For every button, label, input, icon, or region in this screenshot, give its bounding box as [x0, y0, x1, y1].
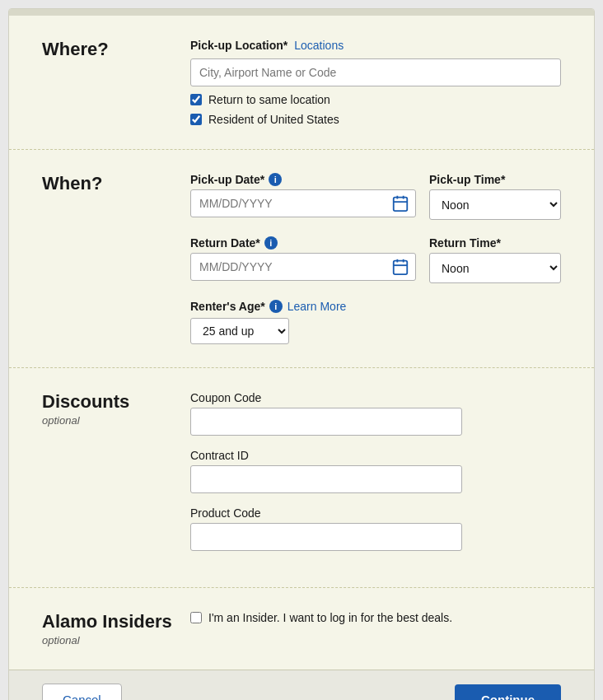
when-content: Pick-up Date* i [190, 173, 561, 344]
return-same-checkbox[interactable] [190, 94, 202, 105]
continue-button[interactable]: Continue [455, 684, 561, 700]
discounts-section: Discounts optional Coupon Code Contract … [9, 368, 594, 588]
pickup-time-label-row: Pick-up Time* [429, 173, 561, 186]
pickup-date-label: Pick-up Date* [190, 173, 264, 186]
pickup-date-input[interactable] [190, 189, 416, 217]
pickup-date-info-icon[interactable]: i [269, 173, 282, 186]
insiders-section: Alamo Insiders optional I'm an Insider. … [9, 588, 594, 670]
top-bar [9, 9, 594, 16]
insiders-checkbox-label: I'm an Insider. I want to log in for the… [208, 611, 452, 624]
renter-age-label-row: Renter's Age* i Learn More [190, 300, 561, 313]
contract-id-field: Contract ID [190, 449, 561, 493]
return-date-label-row: Return Date* i [190, 236, 416, 250]
return-date-input[interactable] [190, 253, 416, 281]
return-time-label-row: Return Time* [429, 236, 561, 250]
return-same-label: Return to same location [208, 93, 330, 106]
discounts-content: Coupon Code Contract ID Product Code [190, 391, 561, 564]
insiders-heading: Alamo Insiders [42, 611, 174, 632]
return-calendar-icon[interactable] [391, 258, 409, 276]
renter-age-label: Renter's Age* [190, 300, 265, 313]
return-time-field: Return Time* Noon 12:30 PM 1:00 PM 1:30 … [429, 236, 561, 283]
discounts-heading: Discounts [42, 391, 174, 413]
pickup-time-field: Pick-up Time* Noon 12:30 PM 1:00 PM 1:30… [429, 173, 561, 220]
resident-label: Resident of United States [208, 113, 339, 126]
svg-rect-0 [394, 198, 408, 211]
return-date-input-wrapper [190, 253, 416, 281]
renter-age-info-icon[interactable]: i [269, 300, 283, 313]
return-date-time-row: Return Date* i [190, 236, 561, 283]
product-code-field: Product Code [190, 506, 561, 551]
contract-id-input[interactable] [190, 465, 462, 493]
where-label: Where? [42, 39, 190, 126]
pickup-date-time-row: Pick-up Date* i [190, 173, 561, 220]
insiders-label: Alamo Insiders optional [42, 611, 190, 646]
insiders-checkbox[interactable] [190, 612, 202, 623]
coupon-code-label: Coupon Code [190, 391, 561, 404]
renter-age-select[interactable]: 25 and up 18-20 21-24 [190, 318, 289, 344]
coupon-code-input[interactable] [190, 408, 462, 436]
svg-rect-4 [394, 261, 408, 275]
renter-age-row: Renter's Age* i Learn More 25 and up 18-… [190, 300, 561, 344]
insiders-checkbox-row: I'm an Insider. I want to log in for the… [190, 611, 561, 624]
coupon-code-field: Coupon Code [190, 391, 561, 436]
pickup-date-label-row: Pick-up Date* i [190, 173, 416, 186]
pickup-location-row: Pick-up Location* Locations [190, 39, 561, 52]
learn-more-link[interactable]: Learn More [287, 300, 347, 313]
pickup-date-field: Pick-up Date* i [190, 173, 416, 220]
discounts-label: Discounts optional [42, 391, 190, 564]
insiders-optional: optional [42, 634, 174, 646]
when-section: When? Pick-up Date* i [9, 150, 594, 368]
when-heading: When? [42, 173, 174, 194]
pickup-time-select[interactable]: Noon 12:30 PM 1:00 PM 1:30 PM 2:00 PM [429, 189, 561, 220]
insiders-content: I'm an Insider. I want to log in for the… [190, 611, 561, 646]
contract-id-label: Contract ID [190, 449, 561, 462]
product-code-input[interactable] [190, 523, 462, 551]
cancel-button[interactable]: Cancel [42, 684, 122, 700]
pickup-location-label: Pick-up Location* [190, 39, 287, 52]
where-content: Pick-up Location* Locations Return to sa… [190, 39, 561, 126]
discounts-optional: optional [42, 414, 174, 427]
form-container: Where? Pick-up Location* Locations Retur… [9, 16, 594, 670]
resident-checkbox[interactable] [190, 114, 202, 125]
pickup-date-input-wrapper [190, 189, 416, 217]
where-heading: Where? [42, 39, 174, 60]
return-date-field: Return Date* i [190, 236, 416, 283]
pickup-location-input[interactable] [190, 58, 561, 86]
where-section: Where? Pick-up Location* Locations Retur… [9, 16, 594, 150]
return-time-label: Return Time* [429, 236, 501, 250]
return-time-select[interactable]: Noon 12:30 PM 1:00 PM 1:30 PM 2:00 PM [429, 253, 561, 283]
pickup-calendar-icon[interactable] [391, 194, 409, 212]
locations-link[interactable]: Locations [294, 39, 344, 52]
when-label: When? [42, 173, 190, 344]
return-date-label: Return Date* [190, 236, 260, 250]
return-same-row: Return to same location [190, 93, 561, 106]
resident-row: Resident of United States [190, 113, 561, 126]
product-code-label: Product Code [190, 506, 561, 520]
footer: Cancel Continue [9, 670, 594, 700]
return-date-info-icon[interactable]: i [264, 236, 278, 250]
page-wrapper: Where? Pick-up Location* Locations Retur… [8, 8, 595, 700]
pickup-time-label: Pick-up Time* [429, 173, 505, 186]
